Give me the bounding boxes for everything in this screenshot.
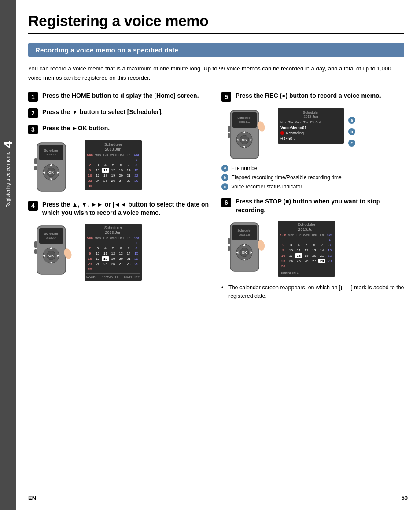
cal-cell <box>125 157 133 162</box>
annotation-c: c Voice recorder status indicator <box>221 183 404 191</box>
chapter-number: 4 <box>1 141 15 148</box>
svg-text:OK: OK <box>48 170 54 174</box>
cal-cell <box>102 184 109 188</box>
rec-date: 2013.Jun <box>280 115 341 118</box>
cal-cell-highlight: 18 <box>102 256 109 261</box>
svg-text:2013.Jun: 2013.Jun <box>46 153 57 156</box>
main-content: Registering a voice memo Recording a voi… <box>16 0 420 510</box>
cal-header-thu: Thu <box>117 153 125 157</box>
cal-h: Sat <box>133 236 140 240</box>
cal-cell: 27 <box>310 259 318 263</box>
cal-cell: 16 <box>86 173 94 178</box>
device-image-step5: Scheduler 2013.Jun OK ▲ ▼ ◄ ► <box>221 108 274 161</box>
svg-rect-53 <box>228 246 230 251</box>
cal-h: Tue <box>295 233 302 237</box>
rec-label: Recording <box>286 131 304 135</box>
cal-cell: 5 <box>303 243 310 248</box>
svg-text:OK: OK <box>48 254 54 258</box>
cal-cell <box>125 184 133 188</box>
annotation-badge-a: a <box>221 165 228 172</box>
step-number-4: 4 <box>28 201 38 211</box>
step-1: 1 Press the HOME button to display the [… <box>28 92 211 102</box>
rec-time: 03/60s <box>280 137 341 141</box>
cal-cell: 26 <box>110 262 117 266</box>
cal-cell: 20 <box>117 173 125 178</box>
svg-text:▼: ▼ <box>49 177 53 181</box>
cal-cell: 4 <box>102 163 109 167</box>
cal-cell: 22 <box>133 256 140 261</box>
cal-cell: 25 <box>102 262 109 266</box>
svg-text:►: ► <box>56 170 60 174</box>
cal-cell: 8 <box>133 246 140 251</box>
cal-title-s6: Scheduler <box>280 222 333 227</box>
annotation-b: b Elapsed recording time/Possible record… <box>221 174 404 182</box>
cal-cell: 26 <box>303 259 310 263</box>
cal-header-sat: Sat <box>133 153 140 157</box>
cal-cell <box>94 184 102 188</box>
cal-header-sun: Sun <box>86 153 94 157</box>
cal-cell: 4 <box>295 243 302 248</box>
cal-cell: 26 <box>110 178 117 183</box>
svg-rect-25 <box>34 249 37 254</box>
cal-cell <box>280 237 287 242</box>
device-svg-step4: Scheduler 2013.Jun OK ▲ ▼ ◄ ► <box>28 224 81 277</box>
cal-cell-highlight-28: 28 <box>318 259 326 263</box>
svg-text:◄: ◄ <box>236 251 239 255</box>
svg-text:►: ► <box>250 138 253 142</box>
step-5-text: Press the REC (●) button to record a voi… <box>236 92 381 100</box>
cal-cell: 13 <box>310 248 318 253</box>
svg-rect-11 <box>34 158 37 164</box>
cal-cell: 4 <box>102 246 109 251</box>
svg-rect-12 <box>34 166 37 170</box>
cal-cell: 19 <box>110 173 117 178</box>
cal-cell: 22 <box>326 253 333 258</box>
cal-cell: 12 <box>110 168 117 173</box>
cal-cell: 19 <box>110 256 117 261</box>
svg-text:▲: ▲ <box>243 243 246 247</box>
cal-cell: 29 <box>133 178 140 183</box>
cal-cell: 24 <box>94 262 102 266</box>
cal-cell: 18 <box>102 173 109 178</box>
cal-cell <box>310 264 318 269</box>
cal-header-mon: Mon <box>94 153 102 157</box>
annotations-labels: a b c <box>348 117 355 147</box>
side-tab: 4 Registering a voice memo <box>0 0 16 510</box>
cal-cell: 30 <box>280 264 287 269</box>
annotation-badge-c: c <box>221 183 228 190</box>
cal-cell: 20 <box>310 253 318 258</box>
cal-cell <box>117 157 125 162</box>
cal-cell: 2 <box>86 246 94 251</box>
cal-h: Tue <box>102 236 109 240</box>
cal-date-s4: 2013.Jun <box>86 230 140 235</box>
cal-header-fri: Fri <box>125 153 133 157</box>
cal-cell <box>102 157 109 162</box>
rec-filename: VoiceMemo01 <box>280 126 341 130</box>
bullet-note: The calendar screen reappears, on which … <box>221 284 404 300</box>
cal-cell: 10 <box>287 248 295 253</box>
cal-cell: 11 <box>102 251 109 256</box>
cal-cell: 28 <box>125 178 133 183</box>
cal-h: Fri <box>318 233 326 237</box>
cal-grid-s6: Sun Mon Tue Wed Thu Fri Sat <box>280 233 333 269</box>
cal-cell: 1 <box>133 157 140 162</box>
cal-cell: 16 <box>280 253 287 258</box>
cal-h: Fri <box>125 236 133 240</box>
cal-cell: 30 <box>86 267 94 272</box>
cal-cell: 13 <box>117 168 125 173</box>
svg-text:◄: ◄ <box>42 254 46 258</box>
cal-cell <box>86 240 94 245</box>
cal-title-s4: Scheduler <box>86 225 140 230</box>
cal-cell: 8 <box>326 243 333 248</box>
step-3: 3 Press the ►OK button. <box>28 124 211 134</box>
cal-cell: 23 <box>86 262 94 266</box>
cal-cell-highlight-18: 18 <box>295 253 302 258</box>
cal-cell <box>110 157 117 162</box>
cal-cell: 27 <box>117 178 125 183</box>
left-column: 1 Press the HOME button to display the [… <box>28 92 211 300</box>
svg-text:Scheduler: Scheduler <box>237 229 251 232</box>
cal-cell: 11 <box>295 248 302 253</box>
cal-cell <box>318 237 326 242</box>
device-image-step4: Scheduler 2013.Jun OK ▲ ▼ ◄ ► <box>28 224 81 277</box>
cal-cell: 13 <box>117 251 125 256</box>
footer-lang: EN <box>28 495 36 501</box>
